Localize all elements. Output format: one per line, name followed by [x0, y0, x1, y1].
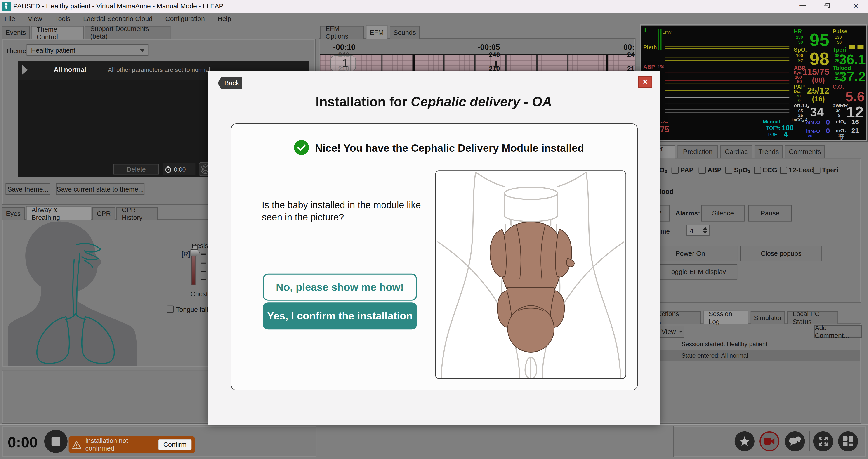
close-popups-button[interactable]: Close popups: [740, 246, 822, 262]
tab-cardiac[interactable]: Cardiac: [720, 145, 752, 158]
tab-local-pc-status[interactable]: Local PC Status: [787, 311, 838, 324]
log-row-1[interactable]: Session started: Healthy patient: [682, 340, 767, 347]
modal-close-button[interactable]: ✕: [638, 76, 652, 88]
expand-arrow-icon[interactable]: [22, 65, 28, 75]
tperi-checkbox[interactable]: [813, 166, 820, 174]
abp-value: 115/75: [803, 67, 829, 77]
resistance-slider-stem: [193, 245, 197, 250]
tab-trends[interactable]: Trends: [754, 145, 783, 158]
no-show-me-how-button[interactable]: No, please show me how!: [263, 274, 417, 301]
spinner-down-icon[interactable]: [703, 231, 708, 234]
menu-file[interactable]: File: [4, 15, 15, 23]
tab-theme-control[interactable]: Theme Control: [31, 26, 84, 39]
menu-configuration[interactable]: Configuration: [165, 15, 205, 23]
tab-events[interactable]: Events: [2, 26, 30, 39]
spo2-check-label: SpO₂: [734, 166, 750, 174]
close-button[interactable]: ✕: [846, 2, 866, 10]
tab-cpr[interactable]: CPR: [92, 207, 115, 220]
theme-select[interactable]: Healthy patient: [27, 44, 149, 56]
tab-eyes[interactable]: Eyes: [2, 207, 25, 220]
alarms-pause-button[interactable]: Pause: [748, 205, 792, 221]
tab-simulator[interactable]: Simulator: [751, 311, 785, 324]
tab-support-documents[interactable]: Support Documents (beta): [85, 26, 170, 39]
abp-wave-label: ABP: [643, 64, 655, 70]
menu-help[interactable]: Help: [217, 15, 231, 23]
minimize-button[interactable]: —: [793, 1, 813, 9]
ino2-lo: 18: [839, 137, 843, 141]
pulse-label: Pulse: [833, 28, 847, 34]
back-button[interactable]: Back: [217, 77, 242, 89]
tab-efm[interactable]: EFM: [366, 26, 388, 39]
stop-button[interactable]: [44, 430, 68, 453]
alarms-silence-button[interactable]: Silence: [702, 205, 745, 221]
menu-laerdal-scenario-cloud[interactable]: Laerdal Scenario Cloud: [83, 15, 153, 23]
tab-efm-options[interactable]: EFM Options: [320, 26, 364, 39]
add-comment-button[interactable]: Add Comment...: [814, 325, 862, 338]
session-timer: 0:00: [8, 434, 37, 451]
spo2-value: 98: [805, 49, 829, 69]
confirm-button[interactable]: Confirm: [158, 439, 191, 450]
save-state-to-theme-button[interactable]: Save current state to theme...: [56, 183, 145, 195]
efm-scale-240-right: 240: [627, 51, 636, 59]
spinner-up-icon[interactable]: [703, 227, 708, 230]
eto2-value: 16: [851, 118, 859, 126]
resistance-r-label: [R]: [182, 250, 190, 258]
airway-body-illustration: [3, 220, 192, 366]
menu-bar: File View Tools Laerdal Scenario Cloud C…: [0, 13, 868, 25]
tab-comments[interactable]: Comments: [785, 145, 825, 158]
delete-button[interactable]: Delete: [114, 164, 159, 175]
toggle-efm-display-button[interactable]: Toggle EFM display: [656, 264, 737, 280]
tab-airway-breathing[interactable]: Airway & Breathing: [26, 207, 91, 220]
modal-question: Is the baby installed in the module like…: [262, 200, 422, 224]
tab-cpr-history[interactable]: CPR History: [116, 207, 158, 220]
inn2o-value: 0: [826, 127, 830, 135]
tperi-check-label: Tperi: [822, 166, 838, 174]
ecg-lead-label: II: [643, 27, 647, 33]
twelve-lead-checkbox[interactable]: [780, 166, 787, 174]
ecg-checkbox[interactable]: [754, 166, 761, 174]
warning-text: Installation not confirmed: [85, 437, 154, 453]
spo2-checkbox[interactable]: [725, 166, 733, 174]
tof-label: TOF: [767, 132, 777, 137]
pulse-lo: 50: [837, 40, 842, 45]
fullscreen-button[interactable]: [813, 431, 833, 451]
menu-tools[interactable]: Tools: [55, 15, 70, 23]
spo2-lo: 92: [798, 58, 803, 63]
pulse-hi: 130: [835, 35, 842, 40]
eto2-label: etO₂: [836, 119, 846, 125]
tongue-fall-checkbox[interactable]: [166, 306, 174, 313]
record-video-button[interactable]: [760, 431, 779, 451]
pap-check-label: PAP: [680, 166, 693, 174]
favorite-button[interactable]: [735, 431, 754, 451]
etco2-value: 34: [806, 105, 824, 120]
alarms-label: Alarms:: [675, 209, 700, 217]
stopwatch-icon: [165, 165, 172, 173]
yes-confirm-installation-button[interactable]: Yes, I confirm the installation: [263, 302, 417, 330]
app-icon: [2, 2, 11, 11]
expand-arrows-icon: [817, 435, 829, 448]
modal-heading: Nice! You have the Cephalic Delivery Mod…: [315, 142, 584, 154]
menu-view[interactable]: View: [28, 15, 42, 23]
patient-monitor[interactable]: II 1mV Pleth ABP 150 HR 130 50 95 Pulse …: [640, 24, 867, 141]
tab-session-log[interactable]: Session Log: [703, 311, 748, 324]
title-bar: PAUSED - Healthy patient - Virtual MamaA…: [0, 0, 868, 13]
tab-sounds[interactable]: Sounds: [390, 26, 420, 39]
layout-button[interactable]: [838, 431, 858, 451]
log-row-2-highlight[interactable]: State entered: All normal: [642, 350, 860, 361]
restore-button[interactable]: [824, 3, 830, 9]
save-theme-button[interactable]: Save theme...: [5, 183, 50, 195]
layout-grid-icon: [842, 436, 854, 447]
efm-page-bubble[interactable]: -1: [331, 55, 356, 71]
pulse-dash: [857, 45, 864, 49]
pap-checkbox[interactable]: [672, 166, 679, 174]
close-icon: ✕: [643, 78, 648, 86]
success-check-icon: [294, 140, 309, 155]
ecg-check-label: ECG: [763, 166, 777, 174]
volume-spinner[interactable]: 4: [686, 225, 710, 236]
tab-prediction[interactable]: Prediction: [678, 145, 718, 158]
abp-checkbox[interactable]: [699, 166, 706, 174]
abp-wave-scale: 150: [657, 65, 664, 69]
chat-button[interactable]: [785, 431, 805, 451]
twelve-lead-check-label: 12-Lead: [789, 166, 814, 174]
state-desc: All other parameters are set to normal: [108, 66, 210, 73]
